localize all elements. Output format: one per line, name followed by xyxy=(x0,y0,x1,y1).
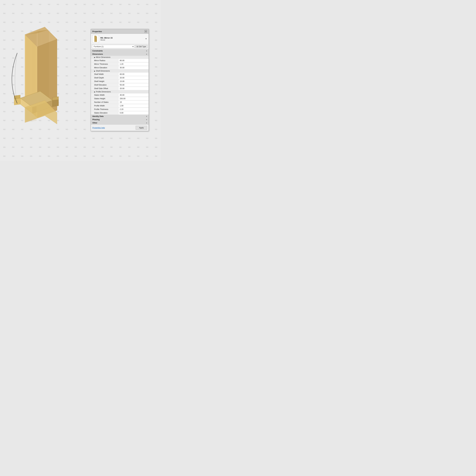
dimensions-collapse-icon: « xyxy=(146,53,147,55)
subsection-shelf-dimensions[interactable]: ▶ Shelf Dimensions xyxy=(91,69,149,72)
number-of-slates-value[interactable]: 15 xyxy=(119,101,149,104)
prop-shelf-height: Shelf Height 15.00 xyxy=(91,80,149,83)
apply-button[interactable]: Apply xyxy=(136,126,147,130)
shelf-side-offset-label: Shelf Side Offset xyxy=(91,87,119,90)
object-svg xyxy=(9,22,68,126)
panel-title: Properties xyxy=(92,30,102,33)
type-dropdown[interactable]: Furniture (1) xyxy=(92,45,134,48)
phasing-collapse-icon: « xyxy=(146,119,147,121)
prop-shelf-elevation: Shelf Elevation 55.00 xyxy=(91,83,149,87)
shelf-depth-value[interactable]: 20.00 xyxy=(119,76,149,79)
number-of-slates-label: Number of Slates xyxy=(91,101,119,104)
mirror-dim-label: Mirror Dimensions xyxy=(96,56,110,58)
mirror-elevation-value[interactable]: 30.00 xyxy=(119,66,149,69)
identity-data-label: Identity Data xyxy=(92,115,103,117)
profile-dim-label: Profile Dimensions xyxy=(96,91,111,93)
identity-data-collapse-icon: « xyxy=(146,115,147,117)
profile-thickness-value[interactable]: 2.20 xyxy=(119,108,149,111)
subsection-profile-dimensions[interactable]: ▶ Profile Dimensions xyxy=(91,90,149,93)
mirror-radius-label: Mirror Radius xyxy=(91,59,119,62)
other-label: Other xyxy=(92,122,97,124)
3d-object xyxy=(9,22,68,126)
scrollable-content[interactable]: Constraints « Dimensions « ▶ Mirror Dime… xyxy=(91,49,149,124)
phasing-label: Phasing xyxy=(92,119,100,121)
item-info: RD_Mirror 15 Wood xyxy=(101,37,144,41)
slates-elevation-value[interactable]: 0.00 xyxy=(119,111,149,114)
type-selector-row: Furniture (1) ⊞ Edit Type xyxy=(91,44,149,49)
prop-slates-elevation: Slates Elevation 0.00 xyxy=(91,111,149,115)
other-collapse-icon: « xyxy=(146,122,147,124)
constraints-label: Constraints xyxy=(92,50,103,52)
item-name: RD_Mirror 15 xyxy=(101,37,144,39)
section-identity-data[interactable]: Identity Data « xyxy=(91,115,149,118)
shelf-height-label: Shelf Height xyxy=(91,80,119,83)
properties-panel: Properties ✕ RD_Mirror 15 Wood ▼ Furnitu… xyxy=(91,29,149,131)
mirror-thickness-label: Mirror Thickness xyxy=(91,63,119,66)
prop-number-of-slates: Number of Slates 15 xyxy=(91,101,149,104)
profile-width-label: Profile Width xyxy=(91,104,119,107)
item-category: Wood xyxy=(101,39,144,41)
shelf-side-offset-value[interactable]: 20.00 xyxy=(119,87,149,90)
mirror-dim-tri: ▶ xyxy=(94,56,95,58)
prop-shelf-width: Shelf Width 60.00 xyxy=(91,72,149,76)
subsection-mirror-dimensions[interactable]: ▶ Mirror Dimensions xyxy=(91,56,149,59)
shelf-dim-tri: ▶ xyxy=(94,70,95,72)
slates-height-value[interactable]: 250.00 xyxy=(119,97,149,100)
prop-slates-height: Slates Height 250.00 xyxy=(91,97,149,101)
panel-footer: Properties help Apply xyxy=(91,124,149,131)
shelf-elevation-label: Shelf Elevation xyxy=(91,84,119,86)
edit-type-button[interactable]: ⊞ Edit Type xyxy=(135,45,147,48)
prop-slates-width: Slates Width 40.00 xyxy=(91,93,149,97)
section-phasing[interactable]: Phasing « xyxy=(91,118,149,121)
item-thumbnail xyxy=(92,35,99,43)
profile-width-value[interactable]: 1.00 xyxy=(119,104,149,107)
slates-width-label: Slates Width xyxy=(91,94,119,97)
mirror-elevation-label: Mirror Elevation xyxy=(91,66,119,69)
thumbnail-icon xyxy=(93,35,98,42)
prop-mirror-elevation: Mirror Elevation 30.00 xyxy=(91,66,149,69)
profile-dim-tri: ▶ xyxy=(94,91,95,93)
svg-marker-34 xyxy=(14,98,20,105)
header-dropdown-arrow[interactable]: ▼ xyxy=(145,38,147,40)
constraints-collapse-icon: « xyxy=(146,50,147,52)
prop-shelf-side-offset: Shelf Side Offset 20.00 xyxy=(91,87,149,90)
shelf-height-value[interactable]: 15.00 xyxy=(119,80,149,83)
slates-elevation-label: Slates Elevation xyxy=(91,111,119,114)
properties-help-link[interactable]: Properties help xyxy=(92,127,105,129)
shelf-width-label: Shelf Width xyxy=(91,73,119,76)
section-dimensions[interactable]: Dimensions « xyxy=(91,52,149,56)
panel-header: RD_Mirror 15 Wood ▼ xyxy=(91,34,149,44)
prop-mirror-thickness: Mirror Thickness 1.20 xyxy=(91,62,149,66)
prop-shelf-depth: Shelf Depth 20.00 xyxy=(91,76,149,80)
slates-width-value[interactable]: 40.00 xyxy=(119,94,149,97)
profile-thickness-label: Profile Thickness xyxy=(91,108,119,111)
shelf-elevation-value[interactable]: 55.00 xyxy=(119,84,149,86)
close-button[interactable]: ✕ xyxy=(144,30,147,33)
svg-marker-36 xyxy=(52,100,59,106)
prop-profile-thickness: Profile Thickness 2.20 xyxy=(91,108,149,111)
mirror-radius-value[interactable]: 80.00 xyxy=(119,59,149,62)
prop-profile-width: Profile Width 1.00 xyxy=(91,104,149,108)
edit-type-icon: ⊞ xyxy=(136,46,138,48)
edit-type-label: Edit Type xyxy=(139,46,146,48)
prop-mirror-radius: Mirror Radius 80.00 xyxy=(91,59,149,62)
panel-titlebar: Properties ✕ xyxy=(91,29,149,34)
slates-height-label: Slates Height xyxy=(91,97,119,100)
section-constraints[interactable]: Constraints « xyxy=(91,49,149,52)
section-other[interactable]: Other « xyxy=(91,121,149,124)
dimensions-label: Dimensions xyxy=(92,53,103,55)
mirror-thickness-value[interactable]: 1.20 xyxy=(119,63,149,66)
shelf-dim-label: Shelf Dimensions xyxy=(96,70,110,72)
shelf-width-value[interactable]: 60.00 xyxy=(119,73,149,76)
shelf-depth-label: Shelf Depth xyxy=(91,76,119,79)
